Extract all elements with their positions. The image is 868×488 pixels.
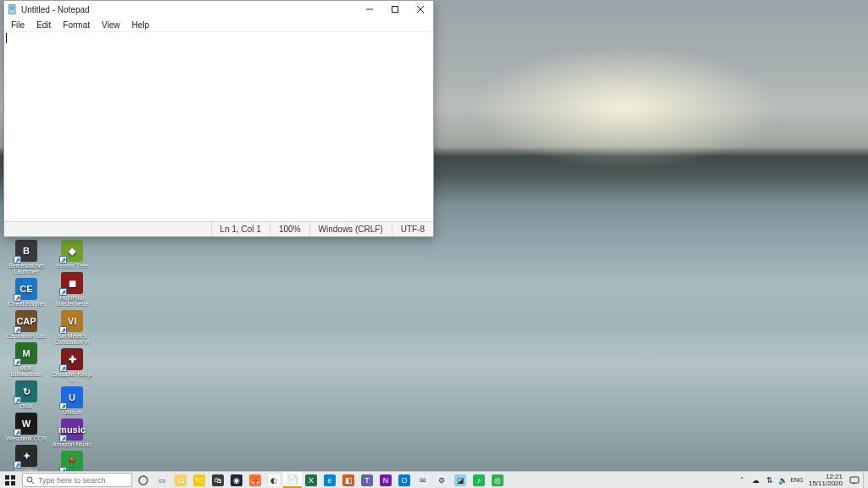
desktop-icon-label: Wasptank CCR (6, 435, 47, 441)
menu-help[interactable]: Help (127, 19, 155, 30)
desktop-icon[interactable]: VISid Meier's Civilization VI (51, 309, 93, 346)
window-title: Untitled - Notepad (21, 5, 357, 14)
text-caret (6, 33, 7, 43)
language-icon[interactable]: ENG (792, 475, 802, 485)
titlebar[interactable]: Untitled - Notepad (4, 1, 433, 18)
desktop-icon-image: M (15, 342, 37, 364)
app-orange-icon: ◧ (342, 474, 354, 486)
desktop-wallpaper[interactable]: BBethesda.net LauncherCECheat EngineCAPC… (0, 0, 868, 488)
taskbar-onenote[interactable]: N (376, 472, 395, 488)
onedrive-icon[interactable]: ☁ (751, 475, 761, 485)
file-explorer-icon: 🗂 (175, 474, 186, 486)
desktop-icon[interactable]: ↻DSA (5, 380, 47, 410)
shortcut-arrow-icon (59, 435, 67, 442)
mail-icon: ✉ (417, 474, 429, 486)
onenote-icon: N (380, 474, 392, 486)
desktop-icon[interactable]: MMDK Ubbaluscan (5, 341, 47, 378)
desktop-icon-image: 📍 (61, 451, 83, 473)
taskbar-app-green[interactable]: ◎ (488, 472, 507, 488)
excel-icon: X (305, 474, 317, 486)
cortana-button[interactable] (134, 472, 153, 488)
maximize-button[interactable] (382, 1, 408, 18)
shortcut-arrow-icon (59, 364, 67, 372)
taskbar-clock[interactable]: 12:21 15/11/2020 (805, 474, 846, 487)
taskbar-teams[interactable]: T (358, 472, 376, 488)
search-input[interactable] (38, 476, 128, 485)
desktop-icon-image: ◼ (61, 272, 83, 294)
taskbar-outlook[interactable]: O (395, 472, 414, 488)
shortcut-arrow-icon (59, 402, 67, 410)
taskbar-chrome[interactable]: ◐ (264, 472, 283, 488)
close-button[interactable] (408, 1, 433, 18)
menu-edit[interactable]: Edit (31, 19, 56, 30)
desktop-icon-label: MDK Ubbaluscan (5, 365, 47, 377)
menu-file[interactable]: File (6, 19, 30, 30)
taskbar-task-view[interactable]: ▭ (153, 472, 171, 488)
desktop-icon[interactable]: UUbisoft (51, 385, 93, 416)
desktop-icon[interactable]: ◆Kennel Tree (51, 239, 93, 269)
notepad-icon (8, 4, 18, 14)
desktop-icon[interactable]: BBethesda.net Launcher (5, 239, 47, 275)
taskbar-ms-store[interactable]: 🛍 (209, 472, 227, 488)
shortcut-arrow-icon (59, 326, 67, 334)
taskbar-steam[interactable]: ◉ (227, 472, 246, 488)
notepad-window[interactable]: Untitled - Notepad File Edit Format View… (3, 0, 434, 237)
desktop-icon[interactable]: WWasptank CCR (5, 412, 47, 442)
desktop-icon-image: W (15, 413, 37, 435)
show-desktop-button[interactable] (863, 472, 866, 488)
network-icon[interactable]: ⇅ (765, 475, 775, 485)
svg-rect-5 (392, 7, 398, 13)
settings-icon: ⚙ (436, 474, 448, 486)
desktop-icon[interactable]: CAPCapitalism Lab (5, 309, 47, 340)
action-center-icon[interactable] (849, 475, 860, 485)
taskbar-excel[interactable]: X (302, 472, 320, 488)
desktop-icon[interactable]: ◼HighPool Masterpiece (51, 271, 93, 308)
taskbar-firefox[interactable]: 🦊 (246, 472, 264, 488)
taskbar-total-commander[interactable]: TC (190, 472, 209, 488)
status-eol: Windows (CRLF) (309, 222, 392, 236)
volume-icon[interactable]: 🔈 (778, 475, 788, 485)
menu-view[interactable]: View (97, 19, 125, 30)
svg-point-12 (27, 477, 32, 482)
minimize-button[interactable] (357, 1, 382, 18)
ms-store-icon: 🛍 (212, 474, 224, 486)
desktop-icon-label: Crusader Kings III (51, 371, 93, 383)
search-icon (26, 473, 35, 488)
svg-line-13 (32, 481, 35, 484)
chevron-up-icon[interactable]: ˄ (737, 475, 748, 485)
shortcut-arrow-icon (14, 326, 21, 334)
status-encoding: UTF-8 (392, 222, 433, 236)
shortcut-arrow-icon (14, 256, 21, 263)
desktop-icon-image: VI (61, 310, 83, 332)
teams-icon: T (361, 474, 373, 486)
system-tray: ˄ ☁ ⇅ 🔈 ENG 12:21 15/11/2020 (737, 472, 868, 488)
menu-format[interactable]: Format (58, 19, 95, 30)
taskbar-edge[interactable]: e (320, 472, 339, 488)
taskbar-file-explorer[interactable]: 🗂 (171, 472, 190, 488)
desktop-icon[interactable]: musicAmazon Music (51, 418, 93, 448)
taskbar-notepad[interactable]: 📄 (283, 472, 302, 488)
desktop-icon-label: Cheat Engine (8, 301, 44, 307)
desktop-icon-image: ◆ (61, 240, 83, 262)
svg-rect-8 (5, 475, 9, 480)
taskbar-app-orange[interactable]: ◧ (339, 472, 358, 488)
shortcut-arrow-icon (14, 461, 21, 469)
shortcut-arrow-icon (59, 256, 67, 263)
desktop-icon-image: CE (15, 278, 37, 300)
search-box[interactable] (22, 473, 132, 487)
desktop-icon[interactable]: ✚Crusader Kings III (51, 347, 93, 384)
taskbar-mail[interactable]: ✉ (414, 472, 432, 488)
taskbar-spotify[interactable]: ♪ (470, 472, 488, 488)
steam-icon: ◉ (231, 474, 242, 486)
desktop-icon[interactable]: CECheat Engine (5, 277, 47, 308)
desktop-icon-image: ↻ (15, 380, 37, 402)
text-area[interactable] (4, 31, 433, 221)
desktop-icons-area: BBethesda.net LauncherCECheat EngineCAPC… (5, 239, 93, 486)
taskbar-app-blue[interactable]: ◪ (451, 472, 470, 488)
shortcut-arrow-icon (59, 288, 67, 296)
outlook-icon: O (398, 474, 410, 486)
desktop-icon-label: Amazon Music (53, 441, 92, 447)
taskbar-settings[interactable]: ⚙ (432, 472, 451, 488)
start-button[interactable] (0, 472, 20, 488)
shortcut-arrow-icon (14, 294, 21, 302)
